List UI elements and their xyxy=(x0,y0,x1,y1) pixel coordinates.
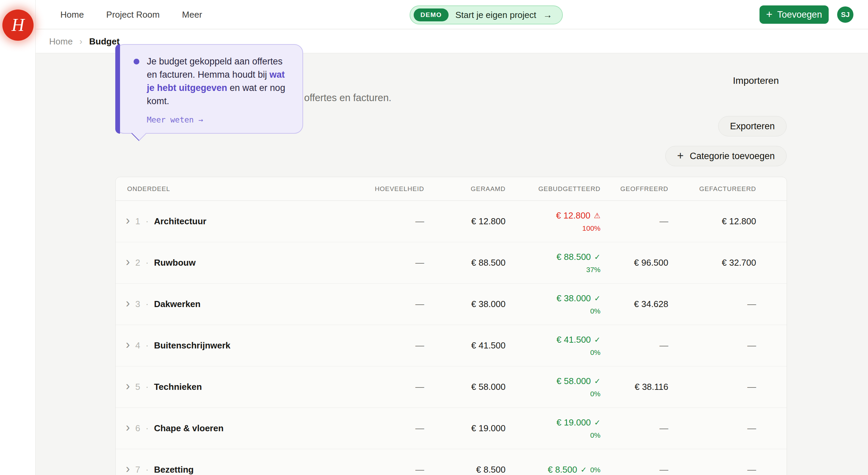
gebudgetteerd-cell: € 19.000 ✓ 0% xyxy=(506,417,600,439)
dot-separator: · xyxy=(145,423,149,434)
status-icon: ✓ xyxy=(580,466,587,474)
budget-percent: 0% xyxy=(590,390,600,398)
table-body: › 1 · Architectuur — € 12.800 € 12.800 ⚠… xyxy=(116,201,787,475)
category-cell: › 5 · Technieken xyxy=(116,382,373,392)
gefactureerd-value: — xyxy=(668,299,756,309)
expand-chevron-icon[interactable]: › xyxy=(126,380,130,392)
table-header: ONDERDEEL HOEVEELHEID GERAAMD GEBUDGETTE… xyxy=(116,177,787,201)
plus-icon: + xyxy=(677,149,684,162)
import-button[interactable]: Importeren xyxy=(733,75,779,86)
export-button[interactable]: Exporteren xyxy=(718,116,787,136)
nav-item-meer[interactable]: Meer xyxy=(182,10,202,20)
dot-separator: · xyxy=(145,382,149,392)
category-name: Bezetting xyxy=(154,464,194,475)
budget-percent: 0% xyxy=(590,348,600,357)
geoffreerd-value: € 34.628 xyxy=(600,299,668,309)
gefactureerd-value: — xyxy=(668,382,756,392)
nav-item-project-room[interactable]: Project Room xyxy=(106,10,160,20)
status-icon: ✓ xyxy=(594,377,600,386)
expand-chevron-icon[interactable]: › xyxy=(126,256,130,268)
hoeveelheid-value: — xyxy=(373,340,424,351)
category-name: Architectuur xyxy=(154,216,206,227)
demo-badge: DEMO xyxy=(414,8,449,21)
add-button[interactable]: + Toevoegen xyxy=(760,5,829,24)
arrow-right-icon: → xyxy=(543,10,552,20)
gebudgetteerd-cell: € 12.800 ⚠ 100% xyxy=(506,210,600,232)
status-icon: ✓ xyxy=(594,253,600,262)
category-name: Dakwerken xyxy=(154,299,200,309)
geoffreerd-value: € 96.500 xyxy=(600,258,668,268)
gebudgetteerd-value: € 19.000 xyxy=(556,417,591,428)
expand-chevron-icon[interactable]: › xyxy=(126,463,130,475)
expand-chevron-icon[interactable]: › xyxy=(126,421,130,434)
table-row[interactable]: › 2 · Ruwbouw — € 88.500 € 88.500 ✓ 37% … xyxy=(116,242,787,284)
geraamd-value: € 8.500 xyxy=(424,464,506,475)
table-row[interactable]: › 1 · Architectuur — € 12.800 € 12.800 ⚠… xyxy=(116,201,787,242)
table-row[interactable]: › 7 · Bezetting — € 8.500 € 8.500 ✓ 0% —… xyxy=(116,449,787,475)
geraamd-value: € 38.000 xyxy=(424,299,506,309)
main-nav: Home Project Room Meer xyxy=(60,0,202,29)
category-cell: › 1 · Architectuur xyxy=(116,216,373,227)
category-cell: › 3 · Dakwerken xyxy=(116,299,373,309)
gebudgetteerd-value: € 8.500 xyxy=(548,464,577,475)
row-number: 1 xyxy=(135,216,140,227)
gebudgetteerd-value: € 88.500 xyxy=(556,252,591,262)
avatar[interactable]: SJ xyxy=(837,6,853,23)
geoffreerd-value: — xyxy=(600,216,668,227)
tooltip-pointer xyxy=(131,126,146,141)
geraamd-value: € 19.000 xyxy=(424,423,506,434)
gebudgetteerd-cell: € 38.000 ✓ 0% xyxy=(506,293,600,315)
gefactureerd-value: — xyxy=(668,464,756,475)
sidebar-strip xyxy=(0,0,36,475)
geoffreerd-value: — xyxy=(600,464,668,475)
table-row[interactable]: › 5 · Technieken — € 58.000 € 58.000 ✓ 0… xyxy=(116,366,787,408)
export-button-label: Exporteren xyxy=(730,121,775,132)
category-name: Ruwbouw xyxy=(154,258,196,268)
breadcrumb-home[interactable]: Home xyxy=(49,36,73,47)
status-icon: ✓ xyxy=(594,294,600,303)
geraamd-value: € 58.000 xyxy=(424,382,506,392)
gefactureerd-value: € 32.700 xyxy=(668,258,756,268)
gebudgetteerd-value: € 58.000 xyxy=(556,376,591,386)
category-cell: › 4 · Buitenschrijnwerk xyxy=(116,340,373,351)
gebudgetteerd-value: € 41.500 xyxy=(556,335,591,345)
dot-separator: · xyxy=(145,258,149,268)
demo-banner[interactable]: DEMO Start je eigen project → xyxy=(410,5,563,24)
expand-chevron-icon[interactable]: › xyxy=(126,297,130,309)
gebudgetteerd-value: € 38.000 xyxy=(556,293,591,304)
bullet-icon xyxy=(134,59,139,64)
budget-percent: 0% xyxy=(590,431,600,439)
table-row[interactable]: › 6 · Chape & vloeren — € 19.000 € 19.00… xyxy=(116,408,787,449)
row-number: 2 xyxy=(135,258,140,268)
page-subtitle: offertes en facturen. xyxy=(304,92,391,103)
gefactureerd-value: — xyxy=(668,340,756,351)
col-gebudgetteerd: GEBUDGETTEERD xyxy=(506,185,600,193)
add-category-button[interactable]: + Categorie toevoegen xyxy=(665,146,787,166)
nav-item-home[interactable]: Home xyxy=(60,10,84,20)
status-icon: ⚠ xyxy=(594,211,600,220)
tooltip-text: Je budget gekoppeld aan offertes en fact… xyxy=(147,55,289,108)
gefactureerd-value: — xyxy=(668,423,756,434)
status-icon: ✓ xyxy=(594,336,600,344)
expand-chevron-icon[interactable]: › xyxy=(126,214,130,227)
geoffreerd-value: — xyxy=(600,340,668,351)
row-number: 6 xyxy=(135,423,140,434)
geraamd-value: € 12.800 xyxy=(424,216,506,227)
logo-letter: H xyxy=(12,16,24,34)
category-name: Chape & vloeren xyxy=(154,423,223,434)
table-row[interactable]: › 3 · Dakwerken — € 38.000 € 38.000 ✓ 0%… xyxy=(116,284,787,325)
geoffreerd-value: — xyxy=(600,423,668,434)
chevron-right-icon: › xyxy=(79,36,82,47)
expand-chevron-icon[interactable]: › xyxy=(126,339,130,351)
gebudgetteerd-cell: € 8.500 ✓ 0% xyxy=(506,464,600,475)
gebudgetteerd-cell: € 88.500 ✓ 37% xyxy=(506,252,600,274)
status-icon: ✓ xyxy=(594,418,600,427)
hoeveelheid-value: — xyxy=(373,299,424,309)
plus-icon: + xyxy=(766,9,773,20)
col-gefactureerd: GEFACTUREERD xyxy=(668,185,756,193)
table-row[interactable]: › 4 · Buitenschrijnwerk — € 41.500 € 41.… xyxy=(116,325,787,366)
hemma-logo[interactable]: H xyxy=(2,10,34,41)
budget-percent: 37% xyxy=(586,266,600,274)
meer-weten-link[interactable]: Meer weten → xyxy=(147,115,289,124)
gebudgetteerd-cell: € 41.500 ✓ 0% xyxy=(506,335,600,357)
